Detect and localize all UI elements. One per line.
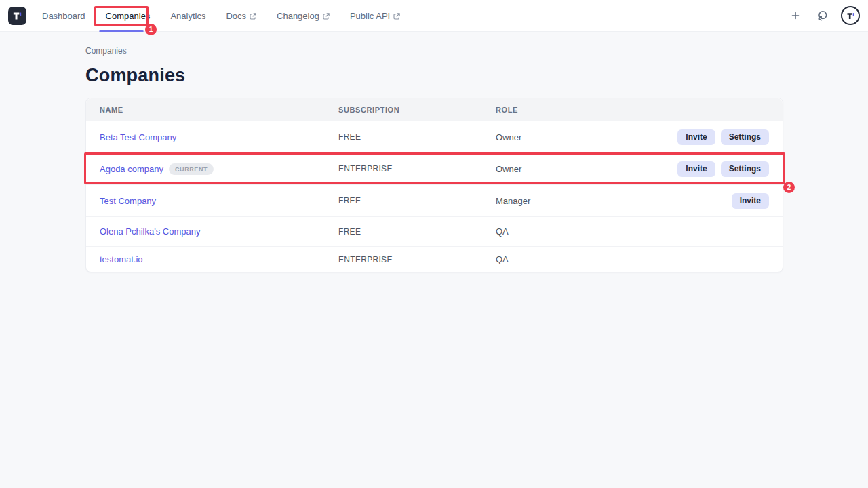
settings-button[interactable]: Settings (721, 161, 769, 177)
table-row-test-company: Test Company FREE Manager Invite (86, 185, 783, 217)
support-chat-icon[interactable] (814, 8, 829, 23)
nav-item-companies[interactable]: Companies (106, 11, 151, 21)
external-link-icon (393, 13, 400, 20)
company-link[interactable]: testomat.io (100, 254, 143, 264)
subscription-value: ENTERPRISE (338, 164, 496, 174)
role-value: QA (496, 226, 769, 237)
avatar-logo-icon (846, 11, 856, 21)
nav-label: Companies (106, 11, 151, 21)
nav-label: Changelog (277, 11, 319, 21)
subscription-value: FREE (338, 196, 496, 205)
subscription-value: FREE (338, 132, 496, 142)
current-company-badge: CURRENT (169, 163, 214, 175)
breadcrumb[interactable]: Companies (85, 46, 868, 56)
table-row-testomat-io: testomat.io ENTERPRISE QA (86, 247, 783, 272)
plus-icon[interactable] (788, 8, 803, 23)
settings-button[interactable]: Settings (721, 129, 769, 145)
external-link-icon (323, 13, 330, 20)
invite-button[interactable]: Invite (677, 161, 715, 177)
column-header-name: NAME (100, 106, 338, 114)
nav-item-changelog[interactable]: Changelog (277, 11, 330, 21)
main-content: Companies Companies NAME SUBSCRIPTION RO… (0, 46, 868, 272)
external-link-icon (250, 13, 256, 20)
nav-item-analytics[interactable]: Analytics (170, 11, 205, 21)
nav-label: Public API (350, 11, 390, 21)
column-header-role: ROLE (496, 106, 769, 114)
role-value: Owner (496, 164, 677, 174)
company-link[interactable]: Agoda company (100, 164, 163, 174)
company-link[interactable]: Test Company (100, 196, 156, 206)
invite-button[interactable]: Invite (732, 193, 769, 209)
role-value: QA (496, 254, 769, 264)
table-row-beta-test-company: Beta Test Company FREE Owner Invite Sett… (86, 121, 783, 153)
role-value: Manager (496, 196, 732, 206)
subscription-value: ENTERPRISE (338, 255, 496, 264)
top-navigation-bar: Dashboard Companies Analytics Docs Chang… (0, 0, 868, 32)
main-nav: Dashboard Companies Analytics Docs Chang… (42, 11, 400, 21)
active-tab-underline (99, 30, 144, 32)
nav-item-docs[interactable]: Docs (226, 11, 256, 21)
user-avatar[interactable] (841, 6, 860, 25)
testomat-logo-icon (12, 10, 23, 22)
table-row-olena-pchilkas-company: Olena Pchilka's Company FREE QA (86, 217, 783, 247)
nav-item-dashboard[interactable]: Dashboard (42, 11, 85, 21)
subscription-value: FREE (338, 227, 496, 237)
table-header-row: NAME SUBSCRIPTION ROLE (86, 98, 783, 121)
nav-item-public-api[interactable]: Public API (350, 11, 400, 21)
topbar-right-actions (788, 6, 860, 25)
page-title: Companies (85, 65, 868, 86)
invite-button[interactable]: Invite (677, 129, 715, 145)
company-link[interactable]: Beta Test Company (100, 132, 176, 142)
table-body: Beta Test Company FREE Owner Invite Sett… (86, 121, 783, 272)
companies-table: NAME SUBSCRIPTION ROLE Beta Test Company… (85, 98, 783, 272)
nav-label: Docs (226, 11, 246, 21)
company-link[interactable]: Olena Pchilka's Company (100, 226, 200, 237)
testomat-logo[interactable] (8, 7, 26, 25)
column-header-subscription: SUBSCRIPTION (338, 106, 496, 114)
table-row-agoda-company: Agoda company CURRENT ENTERPRISE Owner I… (86, 153, 783, 185)
nav-label: Dashboard (42, 11, 85, 21)
role-value: Owner (496, 132, 677, 142)
nav-label: Analytics (170, 11, 205, 21)
